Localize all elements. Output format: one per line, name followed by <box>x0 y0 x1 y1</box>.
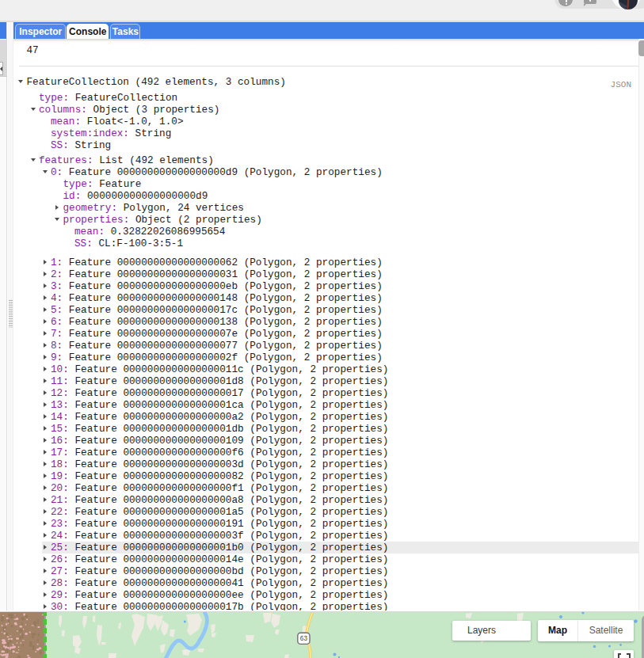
svg-text:63: 63 <box>300 635 308 642</box>
